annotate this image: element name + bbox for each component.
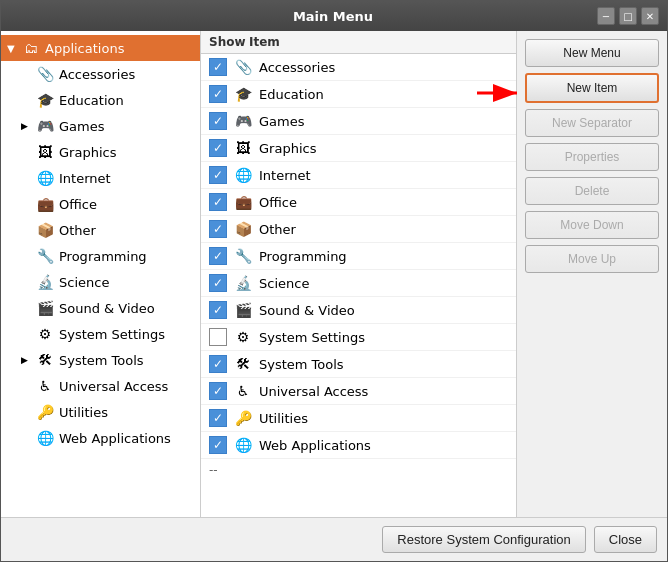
new-separator-button[interactable]: New Separator — [525, 109, 659, 137]
sidebar-item-label: Education — [59, 93, 194, 108]
row-icon: 📦 — [233, 219, 253, 239]
programming-icon: 🔧 — [35, 246, 55, 266]
arrow-icon: ▶ — [21, 121, 31, 131]
row-label: Utilities — [259, 411, 508, 426]
sidebar-item-utilities[interactable]: 🔑 Utilities — [1, 399, 200, 425]
right-panel: New Menu New Item New Separator Properti… — [517, 31, 667, 281]
sidebar-item-graphics[interactable]: 🖼 Graphics — [1, 139, 200, 165]
sidebar-item-label: Other — [59, 223, 194, 238]
education-icon: 🎓 — [35, 90, 55, 110]
sidebar-item-label: Universal Access — [59, 379, 194, 394]
universal-access-icon: ♿ — [35, 376, 55, 396]
bottom-bar: Restore System Configuration Close — [1, 517, 667, 561]
table-row: 🔧 Programming — [201, 243, 516, 270]
arrow-icon: ▼ — [7, 43, 17, 54]
sidebar-item-label: Office — [59, 197, 194, 212]
table-row: ♿ Universal Access — [201, 378, 516, 405]
sidebar-item-other[interactable]: 📦 Other — [1, 217, 200, 243]
row-checkbox[interactable] — [209, 247, 227, 265]
row-label: Internet — [259, 168, 508, 183]
main-content: ▼ 🗂 Applications 📎 Accessories 🎓 Educati… — [1, 31, 667, 517]
close-button[interactable]: Close — [594, 526, 657, 553]
sidebar-item-universal-access[interactable]: ♿ Universal Access — [1, 373, 200, 399]
row-label: Science — [259, 276, 508, 291]
row-checkbox[interactable] — [209, 355, 227, 373]
sidebar-item-programming[interactable]: 🔧 Programming — [1, 243, 200, 269]
table-row: 🎮 Games — [201, 108, 516, 135]
sidebar-item-office[interactable]: 💼 Office — [1, 191, 200, 217]
delete-button[interactable]: Delete — [525, 177, 659, 205]
sidebar-item-internet[interactable]: 🌐 Internet — [1, 165, 200, 191]
row-icon: 🖼 — [233, 138, 253, 158]
row-icon: 💼 — [233, 192, 253, 212]
applications-icon: 🗂 — [21, 38, 41, 58]
row-label: Graphics — [259, 141, 508, 156]
row-icon: 🎓 — [233, 84, 253, 104]
sidebar-item-label: Web Applications — [59, 431, 194, 446]
sidebar-item-label: Accessories — [59, 67, 194, 82]
separator: -- — [201, 459, 516, 481]
table-row: 🎬 Sound & Video — [201, 297, 516, 324]
close-button[interactable]: ✕ — [641, 7, 659, 25]
minimize-button[interactable]: − — [597, 7, 615, 25]
restore-system-config-button[interactable]: Restore System Configuration — [382, 526, 585, 553]
row-checkbox[interactable] — [209, 193, 227, 211]
row-icon: 📎 — [233, 57, 253, 77]
row-checkbox[interactable] — [209, 220, 227, 238]
sidebar-item-label: System Tools — [59, 353, 194, 368]
row-checkbox[interactable] — [209, 85, 227, 103]
new-menu-button[interactable]: New Menu — [525, 39, 659, 67]
move-up-button[interactable]: Move Up — [525, 245, 659, 273]
row-label: Programming — [259, 249, 508, 264]
row-checkbox[interactable] — [209, 274, 227, 292]
row-checkbox[interactable] — [209, 166, 227, 184]
row-checkbox[interactable] — [209, 301, 227, 319]
row-label: System Settings — [259, 330, 508, 345]
new-item-button[interactable]: New Item — [525, 73, 659, 103]
row-icon: 🎮 — [233, 111, 253, 131]
sidebar-item-system-tools[interactable]: ▶ 🛠 System Tools — [1, 347, 200, 373]
sidebar-item-label: System Settings — [59, 327, 194, 342]
row-icon: 🌐 — [233, 435, 253, 455]
row-label: Web Applications — [259, 438, 508, 453]
move-down-button[interactable]: Move Down — [525, 211, 659, 239]
mid-panel: Show Item 📎 Accessories 🎓 Education 🎮 Ga… — [201, 31, 517, 517]
table-row: 🛠 System Tools — [201, 351, 516, 378]
row-checkbox[interactable] — [209, 112, 227, 130]
table-row: 📦 Other — [201, 216, 516, 243]
properties-button[interactable]: Properties — [525, 143, 659, 171]
utilities-icon: 🔑 — [35, 402, 55, 422]
sidebar-item-education[interactable]: 🎓 Education — [1, 87, 200, 113]
sidebar-item-sound-video[interactable]: 🎬 Sound & Video — [1, 295, 200, 321]
sidebar-item-label: Utilities — [59, 405, 194, 420]
sidebar-item-web-apps[interactable]: 🌐 Web Applications — [1, 425, 200, 451]
row-checkbox[interactable] — [209, 58, 227, 76]
sidebar-item-applications[interactable]: ▼ 🗂 Applications — [1, 35, 200, 61]
row-checkbox[interactable] — [209, 409, 227, 427]
table-row: 🌐 Internet — [201, 162, 516, 189]
sidebar-item-label: Applications — [45, 41, 194, 56]
row-label: System Tools — [259, 357, 508, 372]
row-checkbox[interactable] — [209, 139, 227, 157]
sidebar-item-games[interactable]: ▶ 🎮 Games — [1, 113, 200, 139]
row-label: Office — [259, 195, 508, 210]
sidebar-item-system-settings[interactable]: ⚙ System Settings — [1, 321, 200, 347]
sidebar-item-accessories[interactable]: 📎 Accessories — [1, 61, 200, 87]
row-checkbox[interactable] — [209, 436, 227, 454]
web-apps-icon: 🌐 — [35, 428, 55, 448]
left-panel: ▼ 🗂 Applications 📎 Accessories 🎓 Educati… — [1, 31, 201, 517]
row-label: Games — [259, 114, 508, 129]
window-controls: − □ ✕ — [597, 7, 659, 25]
row-label: Accessories — [259, 60, 508, 75]
row-icon: 🔧 — [233, 246, 253, 266]
sidebar-item-label: Graphics — [59, 145, 194, 160]
row-checkbox[interactable] — [209, 382, 227, 400]
accessories-icon: 📎 — [35, 64, 55, 84]
table-row: 💼 Office — [201, 189, 516, 216]
sound-video-icon: 🎬 — [35, 298, 55, 318]
row-checkbox[interactable] — [209, 328, 227, 346]
table-row: 📎 Accessories — [201, 54, 516, 81]
row-label: Sound & Video — [259, 303, 508, 318]
maximize-button[interactable]: □ — [619, 7, 637, 25]
sidebar-item-science[interactable]: 🔬 Science — [1, 269, 200, 295]
